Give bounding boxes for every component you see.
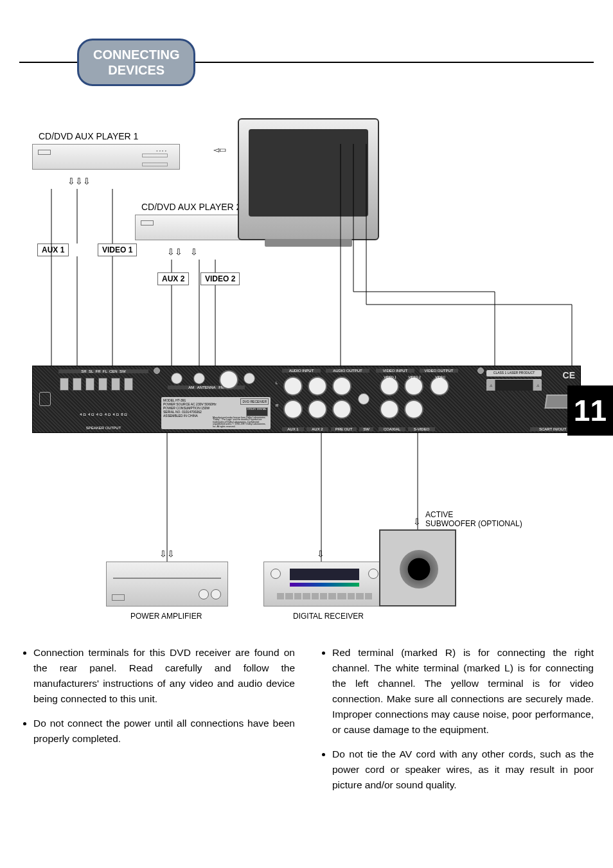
jack-svideo-rear: S-VIDEO xyxy=(408,427,435,431)
plug-icon: ⇩ xyxy=(413,517,421,527)
dolby-logo: DOLBY DIGITAL xyxy=(246,407,268,416)
jack-coaxial-rear: COAXIAL xyxy=(378,427,405,431)
television: ◅▭ xyxy=(238,118,379,240)
video-input-header: VIDEO INPUT xyxy=(376,369,414,373)
power-amplifier xyxy=(106,562,228,607)
bullet-right-0: Red terminal (marked R) is for connectin… xyxy=(332,645,594,738)
video1-rear-label: VIDEO 1 xyxy=(380,375,400,379)
video-output-header: VIDEO OUTPUT xyxy=(420,369,458,373)
badge-line2: DEVICES xyxy=(108,63,164,77)
video-out-rear-label: VIDEO xyxy=(430,375,450,379)
legal-text: Manufactured under license from Dolby La… xyxy=(213,417,268,429)
plug-icon: ⇩⇩ xyxy=(159,549,175,559)
impedance-row: 4 Ω 4 Ω 4 Ω 4 Ω 4 Ω 8 Ω xyxy=(58,412,148,416)
shock-triangle-icon: ⚠ xyxy=(533,380,542,391)
instruction-text: Connection terminals for this DVD receiv… xyxy=(19,645,594,802)
aux-player-1: ◦ ◦ ◦ ◦ xyxy=(32,144,180,170)
speaker-output-label: SPEAKER OUTPUT xyxy=(58,426,148,430)
plug-icon: ⇩ xyxy=(317,549,324,559)
receiver-rear-panel: SR SL FR FL CEN SW SPEAKER OUTPUT 4 Ω 4 … xyxy=(32,366,581,433)
speaker-cone-icon xyxy=(400,550,438,589)
aux-player-1-label: CD/DVD AUX PLAYER 1 xyxy=(39,131,138,141)
subwoofer-label: ACTIVE SUBWOOFER (OPTIONAL) xyxy=(425,510,522,528)
digital-receiver xyxy=(263,562,386,607)
warning-triangle-icon: ⚠ xyxy=(486,380,495,391)
section-badge: CONNECTING DEVICES xyxy=(77,39,195,86)
jack-video1: VIDEO 1 xyxy=(98,244,137,256)
laser-warning: CLASS 1 LASER PRODUCT xyxy=(486,370,542,376)
digital-receiver-label: DIGITAL RECEIVER xyxy=(293,612,364,621)
speaker-terminals-header: SR SL FR FL CEN SW xyxy=(58,369,148,373)
bullet-left-1: Do not connect the power until all conne… xyxy=(33,716,295,747)
r-marker: R xyxy=(276,403,278,407)
badge-line1: CONNECTING xyxy=(93,48,179,62)
power-amplifier-label: POWER AMPLIFIER xyxy=(130,612,202,621)
plug-icon: ⇩⇩⇩ xyxy=(67,176,91,186)
jack-sw-rear: SW xyxy=(359,427,373,431)
section-header: CONNECTING DEVICES xyxy=(19,39,594,86)
audio-output-header: AUDIO OUTPUT xyxy=(326,369,369,373)
aux-player-2-label: CD/DVD AUX PLAYER 2 xyxy=(141,202,241,212)
ce-mark-icon: CE xyxy=(563,370,575,380)
jack-preout-rear: PRE OUT xyxy=(331,427,357,431)
l-marker: L xyxy=(276,381,278,385)
jack-aux2-rear: AUX 2 xyxy=(306,427,328,431)
spec-plate: DVD RECEIVER MODEL HT-391 POWER SOURCE A… xyxy=(161,397,271,429)
bullet-left-0: Connection terminals for this DVD receiv… xyxy=(33,645,295,707)
bullet-right-1: Do not tie the AV cord with any other co… xyxy=(332,747,594,793)
connection-diagram: CD/DVD AUX PLAYER 1 ◦ ◦ ◦ ◦ ⇩⇩⇩ CD/DVD A… xyxy=(19,112,594,626)
jack-video2: VIDEO 2 xyxy=(200,272,240,285)
video2-rear-label: VIDEO 2 xyxy=(404,375,425,379)
audio-input-header: AUDIO INPUT xyxy=(282,369,321,373)
jack-aux1-rear: AUX 1 xyxy=(282,427,304,431)
page-number: 11 xyxy=(567,385,613,436)
active-subwoofer xyxy=(379,529,456,607)
jack-aux1: AUX 1 xyxy=(37,244,69,256)
plug-icon: ⇩⇩ ⇩ xyxy=(167,247,198,257)
jack-aux2: AUX 2 xyxy=(157,272,189,285)
